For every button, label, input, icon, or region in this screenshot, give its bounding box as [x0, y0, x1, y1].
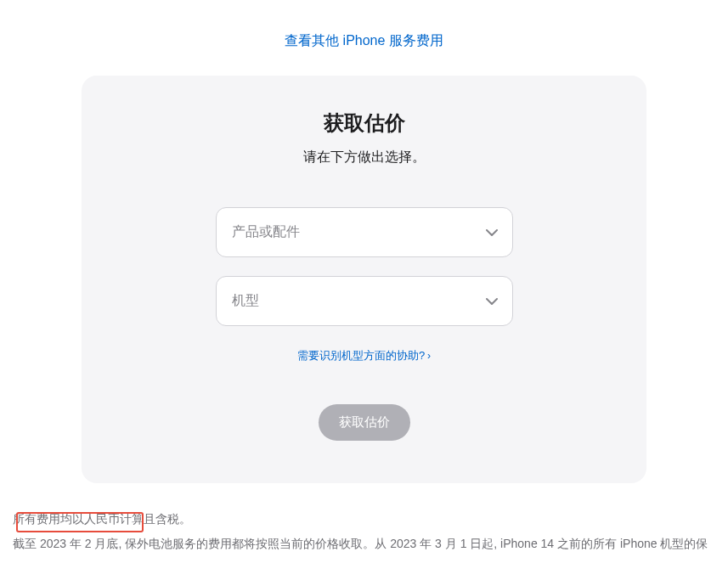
chevron-right-icon: ›	[427, 350, 431, 362]
other-services-link[interactable]: 查看其他 iPhone 服务费用	[285, 33, 443, 48]
help-link-label: 需要识别机型方面的协助?	[297, 348, 425, 363]
get-estimate-button[interactable]: 获取估价	[319, 404, 410, 441]
footer-line-2: 截至 2023 年 2 月底, 保外电池服务的费用都将按照当前的价格收取。从 2…	[13, 532, 715, 563]
identify-model-help-link[interactable]: 需要识别机型方面的协助? ›	[297, 348, 431, 363]
model-select[interactable]: 机型	[216, 276, 513, 326]
card-title: 获取估价	[124, 110, 604, 137]
footer-notes: 所有费用均以人民币计算且含税。 截至 2023 年 2 月底, 保外电池服务的费…	[9, 507, 719, 563]
top-services-link-wrapper: 查看其他 iPhone 服务费用	[0, 0, 728, 76]
model-select-wrapper: 机型	[216, 276, 513, 326]
estimate-card: 获取估价 请在下方做出选择。 产品或配件 机型 需要识别机型方面的协助? › 获…	[82, 76, 646, 483]
card-subtitle: 请在下方做出选择。	[124, 149, 604, 166]
product-select-wrapper: 产品或配件	[216, 207, 513, 257]
product-select[interactable]: 产品或配件	[216, 207, 513, 257]
footer-line-1: 所有费用均以人民币计算且含税。	[13, 507, 715, 532]
